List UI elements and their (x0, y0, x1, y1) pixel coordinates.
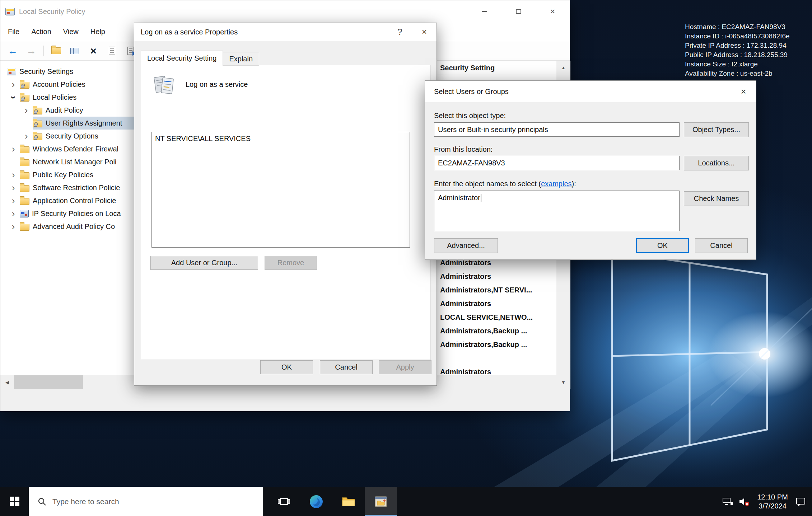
menu-file[interactable]: File (4, 28, 24, 36)
folder-toolbar-button[interactable] (50, 44, 62, 58)
properties-button[interactable] (106, 44, 118, 58)
menu-view[interactable]: View (59, 28, 83, 36)
scrollbar-thumb[interactable] (14, 375, 83, 389)
cancel-button[interactable]: Cancel (320, 360, 373, 374)
system-tray: 12:10 PM 3/7/2024 (719, 487, 812, 516)
tree-item-advanced-audit-policy[interactable]: › Advanced Audit Policy Co (0, 220, 134, 233)
help-icon: ? (397, 27, 402, 37)
scroll-left-button[interactable]: ◀ (0, 375, 14, 389)
back-button[interactable]: ← (6, 44, 19, 58)
show-console-tree-button[interactable] (68, 44, 81, 58)
location-field[interactable]: EC2AMAZ-FAN98V3 (434, 156, 680, 170)
search-input[interactable] (52, 497, 210, 506)
start-button[interactable] (0, 487, 29, 516)
chevron-right-icon[interactable]: › (7, 169, 20, 180)
forward-button[interactable]: → (25, 44, 38, 58)
dialog-title-bar[interactable]: Log on as a service Properties ? × (134, 23, 437, 41)
chevron-right-icon[interactable]: › (7, 195, 20, 206)
tree-item-ip-security-policies[interactable]: › IP Security Policies on Loca (0, 207, 134, 220)
show-console-tree-icon (70, 48, 79, 54)
list-item[interactable] (440, 351, 533, 365)
chevron-down-icon[interactable]: › (7, 92, 20, 103)
entry-item[interactable]: NT SERVICE\ALL SERVICES (155, 135, 406, 143)
scroll-down-button[interactable]: ▼ (556, 375, 570, 389)
taskbar-search-box[interactable] (29, 487, 263, 516)
close-button[interactable]: × (536, 0, 570, 23)
menu-action[interactable]: Action (27, 28, 56, 36)
tree-item-security-options[interactable]: › Security Options (0, 130, 134, 142)
chevron-right-icon[interactable]: › (7, 208, 20, 219)
list-item[interactable]: Administrators,Backup ... (440, 338, 533, 351)
list-item[interactable]: Administrators,Backup ... (440, 324, 533, 338)
tab-explain[interactable]: Explain (223, 52, 259, 66)
tree-item-audit-policy[interactable]: › Audit Policy (0, 104, 134, 117)
tree-horizontal-scrollbar[interactable]: ◀ (0, 375, 134, 389)
instance-info-line: Instance ID : i-065a48f5730882f6e (685, 32, 790, 41)
cancel-button[interactable]: Cancel (695, 238, 748, 253)
close-button[interactable]: × (412, 23, 437, 41)
menu-help[interactable]: Help (86, 28, 109, 36)
volume-tray-button[interactable] (736, 487, 752, 516)
tree-item-security-settings[interactable]: Security Settings (0, 65, 134, 78)
object-type-label: Select this object type: (434, 112, 506, 120)
local-security-policy-icon (374, 496, 387, 507)
tree-item-account-policies[interactable]: › Account Policies (0, 78, 134, 91)
tree-item-application-control[interactable]: › Application Control Policie (0, 194, 134, 207)
list-item[interactable]: Administrators (440, 269, 533, 283)
ok-button[interactable]: OK (636, 238, 689, 253)
dialog-title-bar[interactable]: Select Users or Groups × (425, 81, 756, 102)
tree-item-label: Advanced Audit Policy Co (33, 222, 115, 231)
maximize-button[interactable] (501, 0, 536, 23)
close-button[interactable]: × (731, 81, 756, 102)
chevron-right-icon[interactable]: › (7, 79, 20, 90)
add-user-or-group-button[interactable]: Add User or Group... (150, 256, 258, 270)
chevron-right-icon[interactable]: › (20, 105, 33, 116)
tree-item-network-list-manager[interactable]: Network List Manager Poli (0, 155, 134, 168)
volume-muted-icon (738, 497, 750, 507)
instance-info-line: Private IP Address : 172.31.28.94 (685, 41, 790, 50)
locations-button[interactable]: Locations... (684, 156, 749, 170)
instance-info-line: Hostname : EC2AMAZ-FAN98V3 (685, 22, 790, 32)
tree-item-public-key-policies[interactable]: › Public Key Policies (0, 168, 134, 181)
chevron-right-icon[interactable]: › (7, 182, 20, 193)
object-names-input[interactable]: Administrator (434, 191, 680, 231)
object-types-button[interactable]: Object Types... (684, 122, 749, 137)
folder-lock-icon (33, 108, 42, 114)
ok-button[interactable]: OK (260, 360, 313, 374)
delete-button[interactable]: × (87, 44, 100, 58)
action-center-button[interactable] (793, 487, 809, 516)
list-item[interactable]: Administrators,NT SERVI... (440, 283, 533, 297)
object-names-label-suffix: ): (572, 180, 576, 188)
minimize-button[interactable] (467, 0, 501, 23)
network-tray-button[interactable] (719, 487, 736, 516)
local-security-policy-taskbar-button[interactable] (365, 487, 397, 516)
advanced-button[interactable]: Advanced... (434, 238, 498, 253)
examples-link[interactable]: examples (541, 180, 572, 188)
minimize-icon (482, 11, 487, 12)
console-root-icon (7, 68, 16, 75)
tab-local-security-setting[interactable]: Local Security Setting (141, 51, 223, 66)
list-item[interactable]: Administrators (440, 297, 533, 310)
scroll-up-button[interactable]: ▲ (556, 61, 570, 74)
taskbar-clock[interactable]: 12:10 PM 3/7/2024 (752, 493, 793, 511)
task-view-button[interactable] (268, 487, 300, 516)
tree-item-label: Local Policies (33, 93, 76, 102)
tree-item-software-restriction[interactable]: › Software Restriction Policie (0, 181, 134, 194)
column-header-security-setting[interactable]: Security Setting (440, 61, 495, 75)
chevron-right-icon[interactable]: › (20, 131, 33, 142)
object-type-field[interactable]: Users or Built-in security principals (434, 122, 680, 137)
edge-taskbar-button[interactable] (300, 487, 332, 516)
list-item[interactable]: LOCAL SERVICE,NETWO... (440, 310, 533, 324)
title-bar[interactable]: Local Security Policy × (0, 0, 570, 23)
tree-item-label: Account Policies (33, 80, 85, 89)
assigned-entries-listbox[interactable]: NT SERVICE\ALL SERVICES (151, 132, 410, 248)
tree-item-local-policies[interactable]: › Local Policies (0, 91, 134, 104)
file-explorer-taskbar-button[interactable] (332, 487, 365, 516)
help-button[interactable]: ? (388, 23, 412, 41)
chevron-right-icon[interactable]: › (7, 221, 20, 232)
check-names-button[interactable]: Check Names (684, 191, 749, 206)
chevron-right-icon[interactable]: › (7, 144, 20, 155)
tree-item-user-rights-assignment[interactable]: User Rights Assignment (0, 117, 134, 130)
tree-item-windows-defender-firewall[interactable]: › Windows Defender Firewal (0, 142, 134, 155)
network-icon (722, 497, 733, 506)
